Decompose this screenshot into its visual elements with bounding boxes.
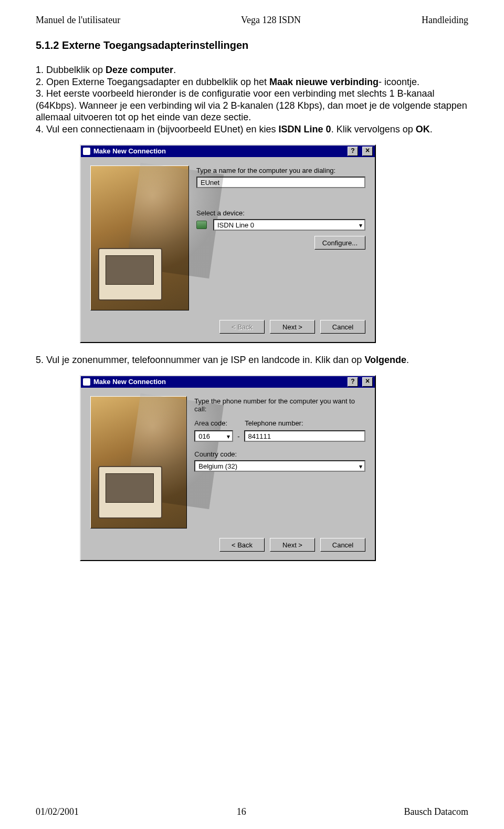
titlebar[interactable]: Make New Connection ? × [81,376,375,388]
step-text: Vul je zonenummer, telefoonnummer van je… [46,355,364,365]
step-bold: ISDN Line 0 [279,124,331,134]
dialog-illustration [90,165,189,310]
wizard-button-row: < Back Next > Cancel [81,532,375,560]
area-code-select[interactable]: 016 [194,430,233,442]
step-bold: Deze computer [106,65,173,75]
back-button[interactable]: < Back [219,538,265,552]
step-text: Open Externe Toegangsadapter en dubbelkl… [46,77,269,87]
step-text: . [406,355,409,365]
close-button[interactable]: × [362,377,373,387]
cancel-button[interactable]: Cancel [320,320,365,334]
step-text: - icoontje. [379,77,419,87]
step-bold: Volgende [364,355,406,365]
back-button: < Back [219,320,265,334]
step-text: . [430,124,433,134]
dialup-icon [83,148,90,155]
name-label: Type a name for the computer you are dia… [196,167,365,174]
wizard-button-row: < Back Next > Cancel [81,314,375,342]
step-5: 5. Vul je zonenummer, telefoonnummer van… [36,355,468,366]
device-label: Select a device: [196,209,365,217]
window-title: Make New Connection [93,376,166,388]
step-num: 5. [36,355,46,365]
step-text: . [173,65,176,75]
step-num: 3. [36,88,46,99]
titlebar[interactable]: Make New Connection ? × [81,146,375,157]
step-num: 2. [36,77,46,87]
telephone-input[interactable]: 841111 [244,430,365,442]
dialup-icon [83,378,90,386]
header-center: Vega 128 ISDN [241,15,301,26]
step-text: Vul een connectienaam in (bijvoorbeeld E… [46,124,279,134]
step-2: 2. Open Externe Toegangsadapter en dubbe… [36,76,468,88]
configure-button[interactable]: Configure... [314,236,365,250]
help-button[interactable]: ? [348,147,358,156]
step-text: . Klik vervolgens op [331,124,416,134]
cancel-button[interactable]: Cancel [320,538,365,552]
window-title: Make New Connection [93,146,166,157]
instruction-list: 1. Dubbelklik op Deze computer. 2. Open … [36,64,468,135]
country-code-select[interactable]: Belgium (32) [194,460,365,472]
telephone-label: Telephone number: [245,419,365,427]
step-num: 4. [36,124,46,134]
step-bold: OK [416,124,430,134]
step-bold: Maak nieuwe verbinding [269,77,379,87]
step-4: 4. Vul een connectienaam in (bijvoorbeel… [36,123,468,136]
doc-footer: 01/02/2001 16 Bausch Datacom [36,806,468,817]
step-3: 3. Het eerste voorbeeld hieronder is de … [36,88,468,123]
footer-page-number: 16 [237,806,246,817]
step-text: Het eerste voorbeeld hieronder is de con… [36,88,467,122]
country-code-label: Country code: [194,450,365,458]
header-left: Manuel de l'utilisateur [36,15,120,26]
help-button[interactable]: ? [348,377,358,387]
section-title: 5.1.2 Externe Toegangsadapterinstellinge… [36,39,468,51]
next-button[interactable]: Next > [270,320,315,334]
device-select[interactable]: ISDN Line 0 [213,219,365,231]
step-num: 1. [36,65,46,75]
step-text: Dubbelklik op [46,65,106,75]
next-button[interactable]: Next > [270,538,315,552]
doc-header: Manuel de l'utilisateur Vega 128 ISDN Ha… [36,15,468,26]
step-1: 1. Dubbelklik op Deze computer. [36,64,468,76]
footer-company: Bausch Datacom [404,806,468,817]
header-right: Handleiding [422,15,468,26]
make-new-connection-dialog-2: Make New Connection ? × Type the phone n… [80,375,376,561]
make-new-connection-dialog-1: Make New Connection ? × Type a name for … [80,144,376,343]
footer-date: 01/02/2001 [36,806,79,817]
close-button[interactable]: × [362,147,373,156]
dash: - [235,432,242,440]
dialog-illustration [90,396,187,529]
